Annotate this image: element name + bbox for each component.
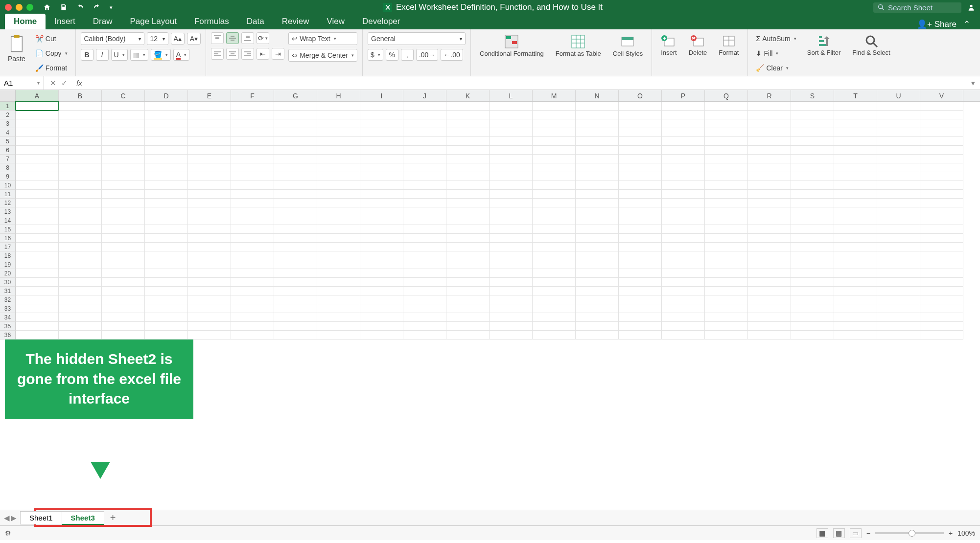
cell[interactable] xyxy=(231,216,274,225)
cell[interactable] xyxy=(188,155,231,163)
cell[interactable] xyxy=(920,278,963,287)
tab-developer[interactable]: Developer xyxy=(353,14,409,29)
cell[interactable] xyxy=(360,207,403,216)
tab-review[interactable]: Review xyxy=(273,14,318,29)
cell[interactable] xyxy=(791,137,834,146)
cell[interactable] xyxy=(59,207,102,216)
row-header[interactable]: 31 xyxy=(0,287,16,295)
cell[interactable] xyxy=(576,313,619,322)
cell[interactable] xyxy=(748,207,791,216)
cell[interactable] xyxy=(920,287,963,295)
cell[interactable] xyxy=(662,199,705,207)
cell[interactable] xyxy=(576,304,619,313)
cell[interactable] xyxy=(877,181,920,190)
row-header[interactable]: 1 xyxy=(0,102,16,111)
col-header-f[interactable]: F xyxy=(231,90,274,101)
cell[interactable] xyxy=(59,322,102,331)
italic-button[interactable]: I xyxy=(96,49,109,61)
cell[interactable] xyxy=(102,269,145,278)
cell[interactable] xyxy=(274,111,317,119)
cell[interactable] xyxy=(274,216,317,225)
decrease-decimal-button[interactable]: ←.00 xyxy=(441,49,463,61)
paste-button[interactable]: Paste xyxy=(5,32,28,65)
page-break-view-button[interactable]: ▭ xyxy=(850,528,862,538)
cell[interactable] xyxy=(705,225,748,234)
cell[interactable] xyxy=(59,313,102,322)
cell[interactable] xyxy=(446,322,490,331)
cell[interactable] xyxy=(59,199,102,207)
cell[interactable] xyxy=(16,216,59,225)
row-header[interactable]: 14 xyxy=(0,216,16,225)
cell[interactable] xyxy=(231,278,274,287)
row-header[interactable]: 19 xyxy=(0,260,16,269)
cell[interactable] xyxy=(662,251,705,260)
cell[interactable] xyxy=(576,243,619,251)
cell[interactable] xyxy=(920,313,963,322)
cell[interactable] xyxy=(188,260,231,269)
cell[interactable] xyxy=(877,163,920,172)
cell[interactable] xyxy=(662,190,705,199)
row-header[interactable]: 17 xyxy=(0,243,16,251)
cell[interactable] xyxy=(490,181,533,190)
cell[interactable] xyxy=(274,137,317,146)
cell[interactable] xyxy=(188,137,231,146)
cell[interactable] xyxy=(360,322,403,331)
cell[interactable] xyxy=(705,216,748,225)
cell[interactable] xyxy=(317,102,360,111)
cell[interactable] xyxy=(446,304,490,313)
cell[interactable] xyxy=(59,163,102,172)
cell[interactable] xyxy=(920,163,963,172)
cell[interactable] xyxy=(274,243,317,251)
col-header-r[interactable]: R xyxy=(748,90,791,101)
increase-font-button[interactable]: A▴ xyxy=(171,33,185,45)
cell[interactable] xyxy=(533,146,576,155)
comma-format-button[interactable]: , xyxy=(401,49,414,61)
select-all-corner[interactable] xyxy=(0,90,16,101)
cell[interactable] xyxy=(317,225,360,234)
cell[interactable] xyxy=(705,146,748,155)
cell[interactable] xyxy=(145,225,188,234)
cell[interactable] xyxy=(59,137,102,146)
tab-view[interactable]: View xyxy=(318,14,353,29)
align-top-button[interactable] xyxy=(211,32,224,44)
cell[interactable] xyxy=(533,313,576,322)
col-header-j[interactable]: J xyxy=(403,90,446,101)
normal-view-button[interactable]: ▦ xyxy=(817,528,828,538)
col-header-u[interactable]: U xyxy=(877,90,920,101)
cell[interactable] xyxy=(317,234,360,243)
redo-icon[interactable] xyxy=(93,3,101,11)
cell[interactable] xyxy=(231,146,274,155)
cell[interactable] xyxy=(188,322,231,331)
cell[interactable] xyxy=(920,243,963,251)
cell[interactable] xyxy=(59,146,102,155)
cell[interactable] xyxy=(576,251,619,260)
cell[interactable] xyxy=(102,190,145,199)
cell[interactable] xyxy=(490,172,533,181)
cell[interactable] xyxy=(834,163,877,172)
cell[interactable] xyxy=(274,146,317,155)
cell[interactable] xyxy=(533,251,576,260)
cell[interactable] xyxy=(317,119,360,128)
cell[interactable] xyxy=(834,234,877,243)
cell[interactable] xyxy=(920,251,963,260)
cell[interactable] xyxy=(317,137,360,146)
cell[interactable] xyxy=(274,119,317,128)
cell[interactable] xyxy=(920,234,963,243)
cell[interactable] xyxy=(403,137,446,146)
cell[interactable] xyxy=(274,163,317,172)
cell[interactable] xyxy=(834,287,877,295)
cell[interactable] xyxy=(403,190,446,199)
cell[interactable] xyxy=(791,322,834,331)
cell[interactable] xyxy=(59,304,102,313)
cell[interactable] xyxy=(360,155,403,163)
cell[interactable] xyxy=(576,172,619,181)
col-header-e[interactable]: E xyxy=(188,90,231,101)
cell[interactable] xyxy=(533,216,576,225)
cell[interactable] xyxy=(791,146,834,155)
cell[interactable] xyxy=(16,207,59,216)
increase-indent-button[interactable]: ⇥ xyxy=(272,48,284,60)
sheet-nav-prev-icon[interactable]: ◀ xyxy=(4,514,10,522)
cell[interactable] xyxy=(188,119,231,128)
cell[interactable] xyxy=(619,163,662,172)
cell[interactable] xyxy=(188,181,231,190)
